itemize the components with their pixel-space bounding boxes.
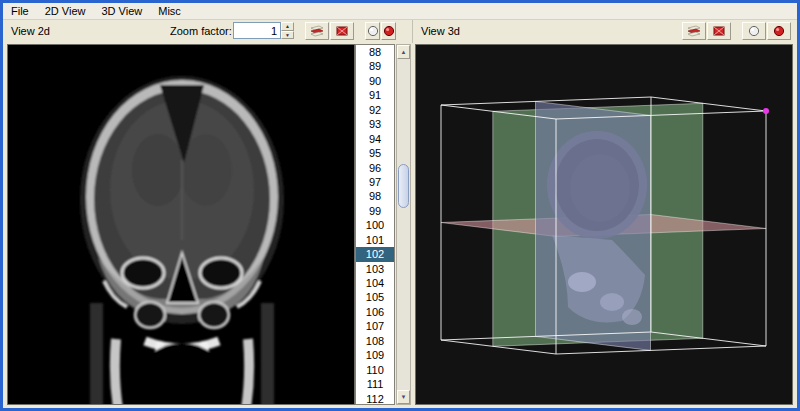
red-slice-stack-icon bbox=[687, 25, 701, 37]
slice-row-104[interactable]: 104 bbox=[356, 276, 394, 290]
slice-row-96[interactable]: 96 bbox=[356, 161, 394, 175]
window-content: File2D View3D ViewMisc View 2d Zoom fact… bbox=[3, 3, 797, 408]
app-window: File2D View3D ViewMisc View 2d Zoom fact… bbox=[0, 0, 800, 411]
slice-row-89[interactable]: 89 bbox=[356, 59, 394, 73]
toolbar-group bbox=[742, 22, 791, 40]
toolbar-group bbox=[365, 22, 396, 40]
slice-row-90[interactable]: 90 bbox=[356, 74, 394, 88]
toolbar-group bbox=[682, 22, 731, 40]
slice-row-101[interactable]: 101 bbox=[356, 233, 394, 247]
zoom-spin-buttons: ▲ ▼ bbox=[281, 22, 294, 39]
red-slice-box-button[interactable] bbox=[330, 22, 354, 40]
slice-row-112[interactable]: 112 bbox=[356, 392, 394, 406]
slice-row-94[interactable]: 94 bbox=[356, 132, 394, 146]
slice-row-93[interactable]: 93 bbox=[356, 117, 394, 131]
gray-sphere-button[interactable] bbox=[365, 22, 380, 40]
zoom-increment-button[interactable]: ▲ bbox=[281, 22, 294, 31]
gray-sphere-icon bbox=[748, 25, 760, 37]
scrollbar-up-button[interactable]: ▲ bbox=[397, 45, 410, 59]
slice-row-97[interactable]: 97 bbox=[356, 175, 394, 189]
slice-row-91[interactable]: 91 bbox=[356, 88, 394, 102]
slice-row-100[interactable]: 100 bbox=[356, 218, 394, 232]
volume-3d-viewport[interactable] bbox=[415, 44, 793, 405]
slice-row-88[interactable]: 88 bbox=[356, 45, 394, 59]
sagittal-plane[interactable] bbox=[536, 101, 651, 350]
view-2d-header: View 2d Zoom factor: ▲ ▼ bbox=[3, 20, 412, 43]
red-sphere-button[interactable] bbox=[767, 22, 791, 40]
slice-row-109[interactable]: 109 bbox=[356, 348, 394, 362]
zoom-factor-spinner: ▲ ▼ bbox=[233, 22, 294, 39]
view-3d-title: View 3d bbox=[421, 25, 460, 37]
scrollbar-down-button[interactable]: ▼ bbox=[397, 390, 410, 404]
gray-sphere-icon bbox=[367, 25, 379, 37]
slice-row-99[interactable]: 99 bbox=[356, 204, 394, 218]
toolbar-group bbox=[305, 22, 354, 40]
red-slice-box-button[interactable] bbox=[707, 22, 731, 40]
red-sphere-icon bbox=[383, 25, 395, 37]
slice-row-107[interactable]: 107 bbox=[356, 319, 394, 333]
menu-3d-view[interactable]: 3D View bbox=[94, 4, 151, 18]
red-slice-stack-button[interactable] bbox=[305, 22, 329, 40]
red-slice-box-icon bbox=[335, 25, 349, 37]
slice-row-106[interactable]: 106 bbox=[356, 305, 394, 319]
slice-row-111[interactable]: 111 bbox=[356, 377, 394, 391]
view-3d-header: View 3d bbox=[412, 20, 797, 43]
slice-row-95[interactable]: 95 bbox=[356, 146, 394, 160]
zoom-factor-input[interactable] bbox=[233, 22, 281, 39]
slice-position-marker[interactable] bbox=[763, 108, 769, 114]
slice-row-98[interactable]: 98 bbox=[356, 189, 394, 203]
zoom-factor-label: Zoom factor: bbox=[170, 25, 232, 37]
slice-list-scrollbar[interactable]: ▲ ▼ bbox=[396, 44, 411, 405]
scrollbar-thumb[interactable] bbox=[398, 164, 409, 208]
slice-row-110[interactable]: 110 bbox=[356, 363, 394, 377]
volume-3d-scene bbox=[416, 45, 793, 405]
red-slice-stack-icon bbox=[310, 25, 324, 37]
menu-misc[interactable]: Misc bbox=[150, 4, 189, 18]
slice-row-102-selected[interactable]: 102 bbox=[356, 247, 394, 261]
slice-row-92[interactable]: 92 bbox=[356, 103, 394, 117]
slice-row-103[interactable]: 103 bbox=[356, 262, 394, 276]
slice-row-108[interactable]: 108 bbox=[356, 334, 394, 348]
menu-bar: File2D View3D ViewMisc bbox=[3, 3, 797, 20]
slice-list: 8889909192939495969798991001011021031041… bbox=[355, 44, 395, 405]
ct-coronal-viewport[interactable] bbox=[7, 44, 355, 405]
slice-row-105[interactable]: 105 bbox=[356, 290, 394, 304]
red-sphere-button[interactable] bbox=[381, 22, 396, 40]
view-2d-toolbar bbox=[305, 22, 396, 40]
gray-sphere-button[interactable] bbox=[742, 22, 766, 40]
zoom-decrement-button[interactable]: ▼ bbox=[281, 31, 294, 40]
red-slice-box-icon bbox=[712, 25, 726, 37]
red-sphere-icon bbox=[773, 25, 785, 37]
ct-coronal-image bbox=[8, 45, 355, 405]
view-2d-title: View 2d bbox=[11, 25, 50, 37]
menu-file[interactable]: File bbox=[3, 4, 37, 18]
view-3d-toolbar bbox=[682, 22, 791, 40]
red-slice-stack-button[interactable] bbox=[682, 22, 706, 40]
menu-2d-view[interactable]: 2D View bbox=[37, 4, 94, 18]
